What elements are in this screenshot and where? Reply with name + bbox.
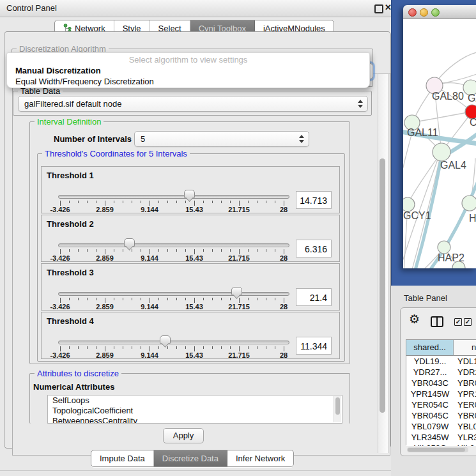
- select-columns-checkbox-icon[interactable]: ✓: [454, 318, 462, 326]
- network-edge[interactable]: [412, 112, 467, 123]
- tick-mark: [176, 298, 177, 300]
- network-node-label: GCY1: [403, 210, 431, 221]
- apply-button[interactable]: Apply: [163, 428, 204, 443]
- table-row[interactable]: YDR27...YDR2: [406, 367, 476, 378]
- split-view-icon[interactable]: [431, 316, 443, 327]
- network-node-gcy1[interactable]: [403, 197, 415, 211]
- algorithm-option-manual-discretization[interactable]: Manual Discretization: [7, 65, 369, 76]
- table-row[interactable]: YBR045CYBR0: [406, 410, 476, 421]
- axis-tick-label: -3.426: [38, 254, 82, 262]
- axis-tick-label: 21.715: [217, 351, 261, 359]
- slider-thumb[interactable]: [160, 335, 171, 344]
- attribute-item-betweennesscentrality[interactable]: BetweennessCentrality: [48, 416, 342, 424]
- list-scrollbar[interactable]: [334, 396, 341, 422]
- network-edge[interactable]: [438, 52, 476, 80]
- table-cell: YBR045C: [406, 410, 454, 421]
- vertical-scrollbar[interactable]: [378, 74, 388, 453]
- table-cell: YBR0: [454, 410, 476, 421]
- column-header-1[interactable]: shared...: [406, 340, 454, 356]
- dropdown-hint-text: Select algorithm to view settings: [7, 55, 369, 65]
- network-node-gal4[interactable]: [433, 143, 450, 161]
- mode-tab-infer-network[interactable]: Infer Network: [227, 450, 293, 466]
- cyni-mode-tabs: Impute DataDiscretize DataInfer Network: [91, 450, 294, 467]
- tick-mark: [275, 298, 275, 300]
- threshold-value-field[interactable]: 14.713: [296, 191, 332, 209]
- list-scrollbar-thumb[interactable]: [335, 397, 340, 415]
- tick-mark: [150, 249, 150, 254]
- minimize-traffic-light-icon[interactable]: [420, 8, 428, 17]
- tick-mark: [123, 298, 123, 300]
- table-row[interactable]: YBR043CYBR0: [406, 378, 476, 388]
- threshold-value-field[interactable]: 6.316: [296, 240, 332, 257]
- select-rows-checkbox-icon[interactable]: ✓: [464, 318, 472, 326]
- tick-mark: [266, 249, 266, 252]
- numerical-attributes-list[interactable]: SelfLoopsTopologicalCoefficientBetweenne…: [47, 395, 342, 424]
- settings-gear-icon[interactable]: ⚙: [409, 313, 420, 326]
- tick-mark: [239, 346, 240, 351]
- close-traffic-light-icon[interactable]: [408, 8, 417, 17]
- tick-mark: [87, 346, 88, 349]
- network-node-h[interactable]: [462, 196, 476, 211]
- tick-mark: [257, 346, 257, 349]
- network-node-label: GAL80: [432, 91, 464, 102]
- tick-mark: [141, 346, 141, 349]
- node-table-panel: ⚙ ✓ ✓ shared...na YDL19...YDL1YDR27...YD…: [400, 307, 476, 456]
- network-node-label: HAP2: [438, 252, 464, 263]
- vertical-scrollbar-thumb[interactable]: [380, 158, 385, 413]
- tick-mark: [248, 346, 249, 349]
- attribute-item-topologicalcoefficient[interactable]: TopologicalCoefficient: [48, 406, 342, 416]
- column-header-2[interactable]: na: [454, 340, 476, 356]
- tick-mark: [78, 298, 79, 300]
- slider-thumb[interactable]: [124, 238, 135, 247]
- tick-mark: [132, 346, 132, 349]
- tick-mark: [167, 346, 168, 349]
- table-row[interactable]: YDL19...YDL1: [406, 356, 476, 367]
- zoom-traffic-light-icon[interactable]: [431, 8, 440, 17]
- table-horizontal-scrollbar[interactable]: [407, 447, 468, 452]
- network-canvas[interactable]: GAL80GACGAL11GAL4GCY1HHAP2: [403, 19, 476, 268]
- tick-mark: [185, 298, 186, 300]
- tick-mark: [239, 201, 240, 206]
- stepper-icon: [358, 99, 363, 109]
- mode-tab-discretize-data[interactable]: Discretize Data: [154, 450, 227, 466]
- algorithm-option-equal-width-frequency-discretization[interactable]: Equal Width/Frequency Discretization: [7, 76, 369, 87]
- threshold-value-field[interactable]: 21.4: [296, 288, 332, 306]
- table-cell: YBL0: [454, 421, 476, 432]
- application-window: Control Panel ✕ NetworkStyleSelectCyni T…: [0, 0, 476, 476]
- tick-mark: [266, 346, 266, 349]
- table-row[interactable]: YBL079WYBL0: [406, 421, 476, 432]
- tick-mark: [212, 298, 213, 300]
- tick-mark: [114, 346, 114, 349]
- float-window-icon[interactable]: [374, 4, 383, 13]
- network-node-hap2[interactable]: [438, 241, 450, 254]
- tick-mark: [257, 201, 257, 203]
- attribute-item-selfloops[interactable]: SelfLoops: [48, 395, 342, 406]
- table-row[interactable]: YPR145WYPR1: [406, 388, 476, 399]
- table-row[interactable]: YIL052CYIL0: [406, 443, 476, 446]
- tick-mark: [132, 298, 132, 300]
- threshold-label: Threshold 1: [47, 171, 94, 180]
- axis-tick-label: 9.144: [127, 254, 172, 262]
- table-row[interactable]: YER054CYER0: [406, 399, 476, 410]
- threshold-value-field[interactable]: 11.344: [296, 337, 332, 355]
- tick-mark: [69, 298, 70, 300]
- horizontal-scrollbar-thumb[interactable]: [408, 448, 465, 452]
- axis-tick-label: 9.144: [127, 351, 172, 359]
- mode-tab-label: Impute Data: [100, 454, 145, 463]
- tick-mark: [105, 298, 105, 303]
- tick-mark: [167, 249, 168, 252]
- slider-track: [58, 195, 289, 199]
- table-data-select[interactable]: galFiltered.sif default node: [18, 96, 368, 112]
- table-cell: YBR043C: [406, 378, 454, 388]
- tick-mark: [230, 346, 231, 349]
- slider-thumb[interactable]: [231, 287, 242, 296]
- tick-mark: [150, 298, 150, 303]
- number-of-intervals-select[interactable]: 5: [134, 131, 309, 147]
- table-row[interactable]: YLR345WYLR3: [406, 432, 476, 443]
- slider-thumb[interactable]: [184, 190, 195, 199]
- tick-mark: [194, 298, 195, 303]
- table-cell: YBR0: [454, 378, 476, 388]
- control-panel: Control Panel ✕ NetworkStyleSelectCyni T…: [0, 0, 391, 476]
- tick-mark: [96, 298, 96, 300]
- mode-tab-impute-data[interactable]: Impute Data: [91, 450, 154, 466]
